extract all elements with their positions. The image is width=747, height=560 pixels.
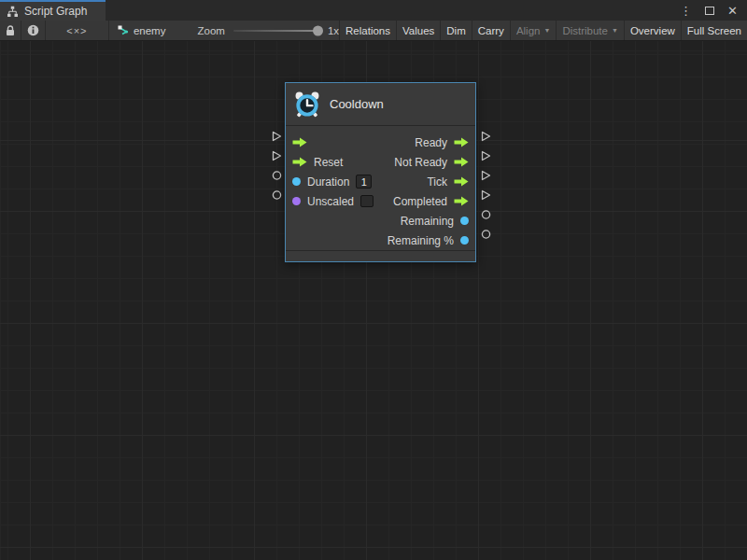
port-row: Duration Tick: [286, 172, 475, 191]
alarm-clock-icon: [293, 91, 321, 119]
value-port-icon[interactable]: [460, 217, 469, 225]
distribute-dropdown[interactable]: Distribute ▼: [556, 21, 624, 40]
port-label: Tick: [427, 175, 447, 189]
zoom-slider-handle[interactable]: [313, 25, 323, 35]
port-row: Remaining: [286, 211, 475, 231]
values-button[interactable]: Values: [396, 21, 440, 40]
cooldown-node[interactable]: Cooldown Ready: [285, 82, 476, 262]
graph-toolbar: <×> enemy Zoom 1x Relations Values Dim C…: [0, 21, 747, 41]
cooldown-node-area: Cooldown Ready: [272, 82, 496, 263]
tab-script-graph[interactable]: Script Graph: [0, 0, 106, 21]
full-screen-button[interactable]: Full Screen: [681, 21, 747, 40]
zoom-control: Zoom 1x: [197, 21, 339, 40]
node-title: Cooldown: [330, 97, 384, 111]
code-preview-button[interactable]: <×>: [46, 21, 109, 40]
lock-icon: [6, 25, 15, 36]
value-input-port[interactable]: [272, 189, 282, 201]
port-row: Reset Not Ready: [286, 152, 475, 172]
zoom-slider[interactable]: [233, 30, 319, 32]
overview-button[interactable]: Overview: [624, 21, 681, 40]
close-icon[interactable]: ✕: [727, 5, 738, 17]
flow-arrow-icon[interactable]: [454, 157, 469, 167]
zoom-label: Zoom: [197, 25, 224, 36]
flow-input-port[interactable]: [272, 131, 282, 142]
port-label: Remaining %: [388, 234, 454, 247]
value-port-icon[interactable]: [292, 197, 301, 205]
flow-output-port[interactable]: [481, 131, 491, 142]
tab-label: Script Graph: [24, 5, 87, 18]
port-label: Completed: [393, 195, 447, 208]
unscaled-checkbox[interactable]: [360, 195, 374, 207]
port-label: Reset: [314, 156, 343, 169]
info-button[interactable]: [21, 21, 45, 40]
flow-arrow-icon[interactable]: [454, 176, 469, 187]
carry-button[interactable]: Carry: [472, 21, 510, 40]
port-row: Remaining %: [286, 231, 475, 250]
maximize-icon[interactable]: [705, 7, 714, 15]
dim-button[interactable]: Dim: [440, 21, 471, 40]
flow-output-port[interactable]: [481, 189, 491, 201]
value-port-icon[interactable]: [292, 177, 301, 186]
flow-arrow-icon[interactable]: [454, 196, 469, 206]
flow-input-port[interactable]: [272, 150, 282, 161]
zoom-level: 1x: [328, 25, 339, 36]
port-label: Remaining: [401, 215, 454, 228]
flow-arrow-icon[interactable]: [292, 137, 307, 147]
chevron-down-icon: ▼: [543, 27, 550, 34]
port-label: Ready: [415, 136, 447, 149]
value-input-port[interactable]: [272, 170, 282, 181]
graph-icon: [7, 6, 19, 18]
value-output-port[interactable]: [481, 229, 491, 240]
chevron-down-icon: ▼: [612, 27, 618, 34]
flow-output-port[interactable]: [481, 150, 491, 161]
menu-icon[interactable]: ⋮: [680, 5, 692, 17]
duration-input[interactable]: [356, 175, 372, 189]
toolbar-separator: [108, 21, 109, 40]
port-label: Unscaled: [307, 195, 354, 208]
align-dropdown[interactable]: Align ▼: [510, 21, 557, 40]
breadcrumb[interactable]: enemy: [118, 21, 166, 40]
node-ports: Ready Reset Not Ready: [286, 126, 475, 251]
port-label: Not Ready: [394, 156, 447, 169]
value-port-icon[interactable]: [460, 236, 469, 245]
window-titlebar: Script Graph ⋮ ✕: [0, 0, 747, 21]
flow-arrow-icon[interactable]: [292, 157, 307, 167]
window-controls: ⋮ ✕: [680, 0, 747, 21]
flow-output-port[interactable]: [481, 170, 491, 181]
lock-button[interactable]: [0, 21, 21, 40]
port-row: Ready: [286, 133, 475, 152]
relations-button[interactable]: Relations: [339, 21, 396, 40]
port-row: Unscaled Completed: [286, 191, 475, 211]
value-output-port[interactable]: [481, 209, 491, 220]
flow-arrow-icon[interactable]: [454, 137, 469, 147]
node-header[interactable]: Cooldown: [286, 83, 475, 126]
node-footer: [286, 250, 475, 261]
script-graph-icon: [118, 25, 129, 36]
toolbar-buttons: Relations Values Dim Carry Align ▼ Distr…: [339, 21, 747, 40]
port-label: Duration: [307, 175, 349, 189]
graph-canvas[interactable]: Cooldown Ready: [0, 41, 747, 560]
info-icon: [27, 24, 39, 36]
breadcrumb-label: enemy: [134, 25, 166, 36]
